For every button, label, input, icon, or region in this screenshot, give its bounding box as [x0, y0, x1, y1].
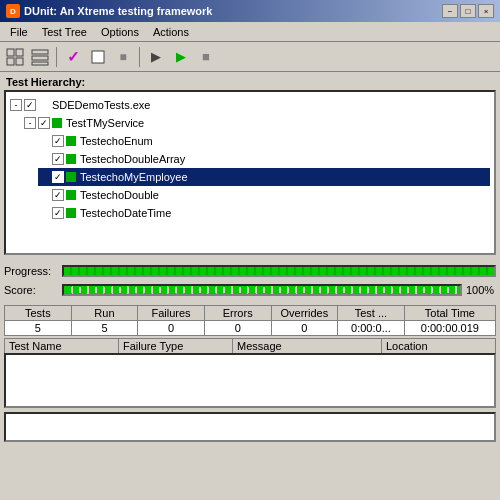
stat-header-test: Test ...: [338, 306, 405, 320]
tree-label-0: SDEDemoTests.exe: [52, 99, 150, 111]
result-col-location: Location: [382, 339, 495, 353]
tree-item-echomyemployee[interactable]: TestechoMyEmployee: [38, 168, 490, 186]
toolbar-sep-1: [56, 47, 57, 67]
stat-val-failures: 0: [138, 321, 205, 335]
stat-header-run: Run: [72, 306, 139, 320]
svg-rect-2: [7, 58, 14, 65]
stats-section: Tests Run Failures Errors Overrides Test…: [4, 305, 496, 336]
stop-button[interactable]: ■: [195, 46, 217, 68]
score-percent: 100%: [466, 284, 496, 296]
gray-square-button[interactable]: ■: [112, 46, 134, 68]
status-square-5: [66, 190, 76, 200]
stat-header-overrides: Overrides: [272, 306, 339, 320]
svg-rect-4: [32, 50, 48, 54]
uncheck-button[interactable]: [87, 46, 109, 68]
checkbox-0[interactable]: [24, 99, 36, 111]
bottom-panel: [4, 412, 496, 442]
tree-item-echodatetime[interactable]: TestechoDateTime: [38, 204, 490, 222]
tree-panel[interactable]: - SDEDemoTests.exe - TestTMyService Test…: [4, 90, 496, 255]
menu-bar: File Test Tree Options Actions: [0, 22, 500, 42]
result-col-message: Message: [233, 339, 382, 353]
tree-view-button[interactable]: [4, 46, 26, 68]
check-all-button[interactable]: ✓: [62, 46, 84, 68]
status-square-2: [66, 136, 76, 146]
score-label: Score:: [4, 284, 62, 296]
score-row: Score: 100%: [4, 282, 496, 298]
close-button[interactable]: ×: [478, 4, 494, 18]
stat-val-errors: 0: [205, 321, 272, 335]
stat-val-overrides: 0: [272, 321, 339, 335]
progress-label: Progress:: [4, 265, 62, 277]
stat-header-totaltime: Total Time: [405, 306, 495, 320]
tree-label-5: TestechoDouble: [80, 189, 159, 201]
title-bar-left: D DUnit: An Xtreme testing framework: [6, 4, 212, 18]
list-view-icon: [31, 48, 49, 66]
tree-item-echodoublearr[interactable]: TestechoDoubleArray: [38, 150, 490, 168]
tree-section-label: Test Hierarchy:: [4, 76, 496, 88]
tree-item-echoenum[interactable]: TestechoEnum: [38, 132, 490, 150]
title-buttons[interactable]: − □ ×: [442, 4, 494, 18]
score-bar-container: [62, 284, 462, 296]
stat-val-totaltime: 0:00:00.019: [405, 321, 495, 335]
result-col-failtype: Failure Type: [119, 339, 233, 353]
toolbar: ✓ ■ ▶ ▶ ■: [0, 42, 500, 72]
expand-icon-0[interactable]: -: [10, 99, 22, 111]
checkbox-icon: [91, 50, 105, 64]
tree-item-sdedemo[interactable]: - SDEDemoTests.exe: [10, 96, 490, 114]
maximize-button[interactable]: □: [460, 4, 476, 18]
progress-row: Progress:: [4, 263, 496, 279]
checkbox-2[interactable]: [52, 135, 64, 147]
svg-rect-5: [32, 56, 48, 60]
menu-file[interactable]: File: [4, 25, 34, 39]
minimize-button[interactable]: −: [442, 4, 458, 18]
run-green-button[interactable]: ▶: [170, 46, 192, 68]
progress-bar-container: [62, 265, 496, 277]
status-square-4: [66, 172, 76, 182]
status-square-1: [52, 118, 62, 128]
checkbox-5[interactable]: [52, 189, 64, 201]
toolbar-sep-2: [139, 47, 140, 67]
tree-label-6: TestechoDateTime: [80, 207, 171, 219]
main-window: Test Hierarchy: - SDEDemoTests.exe - Tes…: [0, 72, 500, 446]
tree-label-1: TestTMyService: [66, 117, 144, 129]
checkbox-1[interactable]: [38, 117, 50, 129]
stat-header-errors: Errors: [205, 306, 272, 320]
menu-options[interactable]: Options: [95, 25, 145, 39]
app-icon: D: [6, 4, 20, 18]
svg-rect-0: [7, 49, 14, 56]
stat-val-run: 5: [72, 321, 139, 335]
tree-item-testmyservice[interactable]: - TestTMyService: [24, 114, 490, 132]
checkbox-4[interactable]: [52, 171, 64, 183]
svg-rect-1: [16, 49, 23, 56]
progress-section: Progress: Score: 100%: [4, 261, 496, 303]
stat-val-tests: 5: [5, 321, 72, 335]
checkbox-3[interactable]: [52, 153, 64, 165]
score-bar-fill: [64, 286, 460, 294]
tree-label-4: TestechoMyEmployee: [80, 171, 188, 183]
status-square-6: [66, 208, 76, 218]
svg-rect-3: [16, 58, 23, 65]
tree-view-icon: [6, 48, 24, 66]
svg-rect-6: [32, 62, 48, 65]
result-col-name: Test Name: [5, 339, 119, 353]
progress-bar-fill: [64, 267, 494, 275]
stats-value-row: 5 5 0 0 0 0:00:0... 0:00:00.019: [4, 321, 496, 336]
expand-icon-1[interactable]: -: [24, 117, 36, 129]
stat-header-failures: Failures: [138, 306, 205, 320]
tree-label-2: TestechoEnum: [80, 135, 153, 147]
tree-label-3: TestechoDoubleArray: [80, 153, 185, 165]
window-title: DUnit: An Xtreme testing framework: [24, 5, 212, 17]
run-button[interactable]: ▶: [145, 46, 167, 68]
stat-header-tests: Tests: [5, 306, 72, 320]
menu-test-tree[interactable]: Test Tree: [36, 25, 93, 39]
stat-val-test: 0:00:0...: [338, 321, 405, 335]
status-square-3: [66, 154, 76, 164]
checkbox-6[interactable]: [52, 207, 64, 219]
svg-rect-7: [92, 51, 104, 63]
stats-header-row: Tests Run Failures Errors Overrides Test…: [4, 305, 496, 321]
tree-item-echodouble[interactable]: TestechoDouble: [38, 186, 490, 204]
results-body: [4, 353, 496, 408]
menu-actions[interactable]: Actions: [147, 25, 195, 39]
title-bar: D DUnit: An Xtreme testing framework − □…: [0, 0, 500, 22]
list-view-button[interactable]: [29, 46, 51, 68]
